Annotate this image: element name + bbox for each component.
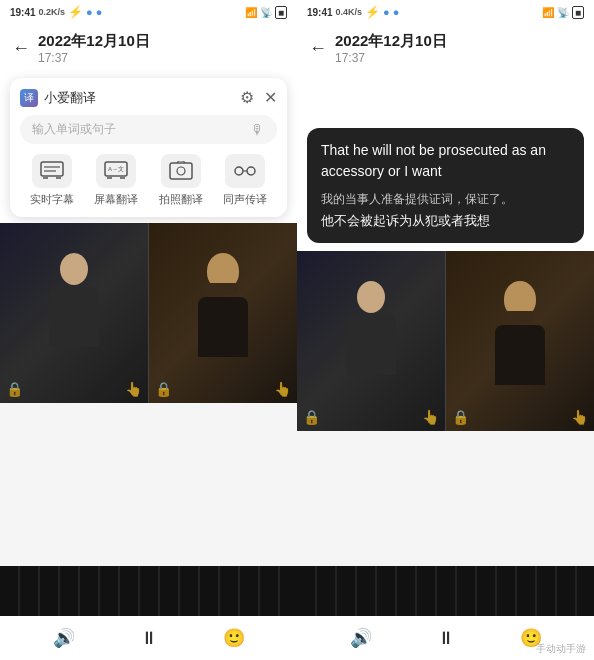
left-pause-button[interactable]: ⏸ bbox=[140, 628, 158, 649]
lock-icon-1: 🔒 bbox=[6, 381, 23, 397]
left-back-button[interactable]: ← bbox=[12, 38, 30, 59]
settings-icon[interactable]: ⚙ bbox=[240, 88, 254, 107]
person-body-2 bbox=[198, 297, 248, 357]
right-filmstrip bbox=[297, 566, 594, 616]
right-filmstrip-thumb bbox=[297, 566, 594, 616]
photo-translate-label: 拍照翻译 bbox=[159, 192, 203, 207]
right-nav-header: ← 2022年12月10日 17:37 bbox=[297, 24, 594, 72]
subtitle-chinese-sub: 他不会被起诉为从犯或者我想 bbox=[321, 211, 570, 231]
right-pause-button[interactable]: ⏸ bbox=[437, 628, 455, 649]
subtitle-bubble: That he will not be prosecuted as an acc… bbox=[307, 128, 584, 243]
widget-title-area: 译 小爱翻译 bbox=[20, 89, 96, 107]
simultaneous-label: 同声传译 bbox=[223, 192, 267, 207]
left-gray-spacer bbox=[0, 403, 297, 566]
feature-realtime-subtitle[interactable]: 实时字幕 bbox=[30, 154, 74, 207]
svg-text:A→文: A→文 bbox=[108, 165, 124, 172]
right-fingerprint-icon-2: 👆 bbox=[571, 409, 588, 425]
left-status-time: 19:41 0.2K/s ⚡ ● ● bbox=[10, 5, 102, 19]
translation-search-bar[interactable]: 输入单词或句子 🎙 bbox=[20, 115, 277, 144]
feature-grid: 实时字幕 A→文 屏幕翻译 拍照翻译 同声传译 bbox=[20, 154, 277, 207]
person-right bbox=[149, 223, 297, 403]
photo-translate-icon bbox=[161, 154, 201, 188]
left-video-frames: 🔒 👆 🔒 👆 bbox=[0, 223, 297, 403]
right-video-frames: 🔒 👆 🔒 👆 bbox=[297, 251, 594, 431]
left-nav-title: 2022年12月10日 17:37 bbox=[38, 32, 150, 65]
feature-screen-translate[interactable]: A→文 屏幕翻译 bbox=[94, 154, 138, 207]
left-nav-date: 2022年12月10日 bbox=[38, 32, 150, 51]
right-person-body-2 bbox=[495, 325, 545, 385]
right-filmstrip-inner bbox=[297, 566, 594, 616]
person-beard bbox=[208, 283, 238, 295]
right-back-button[interactable]: ← bbox=[309, 38, 327, 59]
right-volume-button[interactable]: 🔊 bbox=[350, 627, 372, 649]
person-left bbox=[0, 223, 148, 403]
right-fingerprint-icon-1: 👆 bbox=[422, 409, 439, 425]
svg-point-11 bbox=[235, 167, 243, 175]
screen-translate-label: 屏幕翻译 bbox=[94, 192, 138, 207]
right-person-silhouette-1 bbox=[341, 281, 401, 401]
right-person-1 bbox=[297, 251, 445, 431]
widget-controls: ⚙ ✕ bbox=[240, 88, 277, 107]
svg-rect-9 bbox=[170, 163, 192, 179]
realtime-subtitle-label: 实时字幕 bbox=[30, 192, 74, 207]
person-silhouette-2 bbox=[193, 253, 253, 373]
feature-photo-translate[interactable]: 拍照翻译 bbox=[159, 154, 203, 207]
svg-rect-0 bbox=[41, 162, 63, 176]
right-nav-title: 2022年12月10日 17:37 bbox=[335, 32, 447, 65]
right-gray-spacer bbox=[297, 431, 594, 566]
right-video-frame-2: 🔒 👆 bbox=[445, 251, 594, 431]
left-nav-header: ← 2022年12月10日 17:37 bbox=[0, 24, 297, 72]
realtime-subtitle-icon bbox=[32, 154, 72, 188]
left-status-bar: 19:41 0.2K/s ⚡ ● ● 📶 📡 ■ bbox=[0, 0, 297, 24]
left-video-frame-2: 🔒 👆 bbox=[148, 223, 297, 403]
right-lock-icon-2: 🔒 bbox=[452, 409, 469, 425]
person-body-1 bbox=[49, 287, 99, 347]
right-status-bar: 19:41 0.4K/s ⚡ ● ● 📶 📡 ■ bbox=[297, 0, 594, 24]
subtitle-chinese-main: 我的当事人准备提供证词，保证了。 bbox=[321, 190, 570, 209]
right-nav-date: 2022年12月10日 bbox=[335, 32, 447, 51]
widget-name: 小爱翻译 bbox=[44, 89, 96, 107]
left-player-controls: 🔊 ⏸ 🙂 bbox=[0, 616, 297, 660]
mic-icon[interactable]: 🎙 bbox=[251, 122, 265, 138]
feature-simultaneous[interactable]: 同声传译 bbox=[223, 154, 267, 207]
right-status-time: 19:41 0.4K/s ⚡ ● ● bbox=[307, 5, 399, 19]
left-filmstrip bbox=[0, 566, 297, 616]
left-status-icons: 📶 📡 ■ bbox=[245, 6, 287, 19]
search-placeholder: 输入单词或句子 bbox=[32, 121, 116, 138]
left-filmstrip-inner bbox=[0, 566, 297, 616]
fingerprint-icon-2: 👆 bbox=[274, 381, 291, 397]
left-phone-panel: 19:41 0.2K/s ⚡ ● ● 📶 📡 ■ ← 2022年12月10日 1… bbox=[0, 0, 297, 660]
left-nav-time: 17:37 bbox=[38, 51, 150, 65]
right-person-beard bbox=[505, 311, 535, 323]
translation-widget: 译 小爱翻译 ⚙ ✕ 输入单词或句子 🎙 实时字幕 A→文 bbox=[10, 78, 287, 217]
left-volume-button[interactable]: 🔊 bbox=[53, 627, 75, 649]
svg-point-10 bbox=[177, 167, 185, 175]
right-person-2 bbox=[446, 251, 594, 431]
right-phone-panel: 19:41 0.4K/s ⚡ ● ● 📶 📡 ■ ← 2022年12月10日 1… bbox=[297, 0, 594, 660]
subtitle-english: That he will not be prosecuted as an acc… bbox=[321, 140, 570, 182]
left-filmstrip-thumb bbox=[0, 566, 297, 616]
simultaneous-icon bbox=[225, 154, 265, 188]
right-nav-time: 17:37 bbox=[335, 51, 447, 65]
translate-icon: 译 bbox=[20, 89, 38, 107]
fingerprint-icon-1: 👆 bbox=[125, 381, 142, 397]
left-smiley-button[interactable]: 🙂 bbox=[223, 627, 245, 649]
right-person-head-1 bbox=[357, 281, 385, 313]
close-icon[interactable]: ✕ bbox=[264, 88, 277, 107]
screen-translate-icon: A→文 bbox=[96, 154, 136, 188]
left-video-frame-1: 🔒 👆 bbox=[0, 223, 148, 403]
right-video-frame-1: 🔒 👆 bbox=[297, 251, 445, 431]
person-head-1 bbox=[60, 253, 88, 285]
person-silhouette-1 bbox=[44, 253, 104, 373]
lock-icon-2: 🔒 bbox=[155, 381, 172, 397]
right-status-icons: 📶 📡 ■ bbox=[542, 6, 584, 19]
svg-point-12 bbox=[247, 167, 255, 175]
right-person-silhouette-2 bbox=[490, 281, 550, 401]
brand-label: 手动动手游 bbox=[536, 642, 586, 656]
widget-header: 译 小爱翻译 ⚙ ✕ bbox=[20, 88, 277, 107]
right-lock-icon-1: 🔒 bbox=[303, 409, 320, 425]
right-person-body-1 bbox=[346, 315, 396, 375]
